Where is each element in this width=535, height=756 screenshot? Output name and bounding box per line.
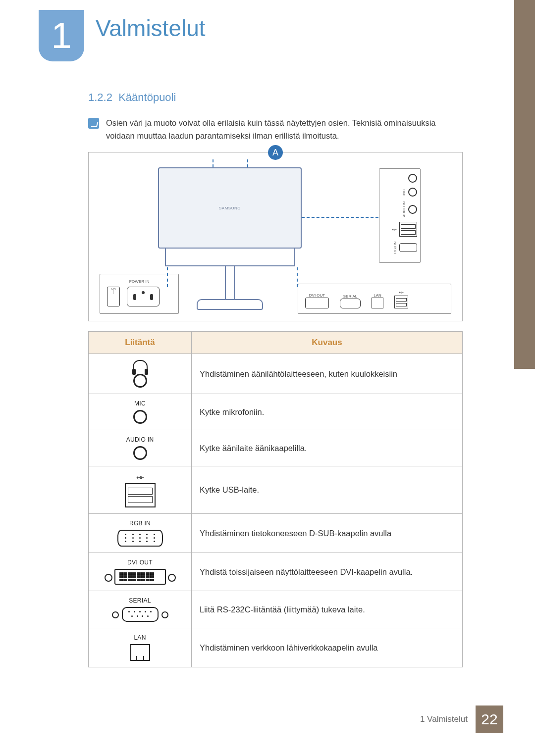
chapter-number: 1: [51, 15, 71, 56]
usb-icon: ⬰: [92, 472, 188, 481]
mic-label-small: MIC: [402, 189, 406, 196]
table-row: Yhdistäminen äänilähtölaitteeseen, kuten…: [89, 354, 463, 394]
note-text: Osien väri ja muoto voivat olla erilaisi…: [106, 117, 463, 142]
dvi-port-icon: [114, 569, 166, 585]
dvi-port-icon: [305, 298, 329, 308]
port-desc: Yhdistäminen äänilähtölaitteeseen, kuten…: [192, 354, 463, 394]
power-inlet-icon: [127, 287, 160, 306]
side-ports-panel: ∩ MIC AUDIO IN ⬰ RGB IN: [379, 168, 421, 263]
port-label: LAN: [92, 634, 188, 641]
port-label: AUDIO IN: [92, 436, 188, 443]
side-color-bar: [514, 0, 535, 369]
section-heading: 1.2.2 Kääntöpuoli: [88, 91, 463, 104]
table-row: DVI OUT Yhdistä toissijaiseen näyttölait…: [89, 553, 463, 591]
power-in-label: POWER IN: [107, 279, 171, 284]
audio-in-label-small: AUDIO IN: [402, 202, 406, 217]
guide-line: [213, 159, 214, 167]
audio-in-jack-icon: [133, 446, 147, 460]
vga-port-icon: [399, 243, 417, 252]
headphone-jack-icon: [408, 174, 417, 183]
port-desc: Kytke äänilaite äänikaapelilla.: [192, 430, 463, 466]
headphone-icon: [133, 360, 148, 372]
lan-port-icon: [130, 644, 150, 661]
serial-label-small: SERIAL: [340, 294, 361, 299]
port-desc: Yhdistä toissijaiseen näyttölaitteeseen …: [192, 553, 463, 591]
note-icon: [88, 118, 99, 129]
page-number-badge: 22: [476, 706, 503, 733]
guide-line: [302, 217, 378, 218]
table-row: RGB IN Yhdistäminen tietokoneeseen D-SUB…: [89, 514, 463, 553]
callout-a-marker: A: [268, 145, 283, 160]
col-header-port: Liitäntä: [89, 332, 192, 354]
port-desc: Yhdistäminen verkkoon lähiverkkokaapelin…: [192, 628, 463, 667]
rear-diagram: A ∩ MIC AUDIO IN ⬰ RGB IN POWER IN ON│ D…: [88, 152, 463, 321]
port-label: RGB IN: [92, 520, 188, 527]
usb-glyph-small: ⬰: [392, 226, 397, 233]
chapter-title: Valmistelut: [96, 15, 206, 42]
note-row: Osien väri ja muoto voivat olla erilaisi…: [88, 117, 463, 142]
mic-jack-icon: [408, 188, 417, 197]
port-desc: Yhdistäminen tietokoneeseen D-SUB-kaapel…: [192, 514, 463, 553]
bottom-ports-panel: DVI OUT SERIAL LAN ⬰: [298, 284, 451, 314]
headphone-jack-icon: [133, 374, 147, 388]
table-row: LAN Yhdistäminen verkkoon lähiverkkokaap…: [89, 628, 463, 667]
lan-label-small: LAN: [372, 293, 383, 298]
power-panel: POWER IN ON│: [100, 274, 179, 314]
section-number: 1.2.2: [88, 91, 112, 103]
port-desc: Kytke USB-laite.: [192, 466, 463, 514]
monitor-rear-icon: [158, 167, 302, 310]
table-row: SERIAL Liitä RS-232C-liitäntää (liittymä…: [89, 591, 463, 628]
usb-glyph-small: ⬰: [394, 289, 408, 296]
guide-line: [247, 159, 248, 167]
footer-text: 1 Valmistelut: [420, 714, 468, 724]
port-label: DVI OUT: [92, 559, 188, 566]
mic-jack-icon: [133, 410, 147, 424]
port-desc: Kytke mikrofoniin.: [192, 394, 463, 430]
chapter-tab: 1: [39, 10, 84, 61]
port-desc: Liitä RS-232C-liitäntää (liittymää) tuke…: [192, 591, 463, 628]
table-row: AUDIO IN Kytke äänilaite äänikaapelilla.: [89, 430, 463, 466]
dvi-out-label-small: DVI OUT: [305, 293, 329, 298]
page-footer: 1 Valmistelut 22: [420, 706, 503, 733]
usb-port-icon: [399, 222, 417, 237]
usb-port-icon: [394, 296, 408, 308]
serial-port-icon: [122, 607, 159, 622]
lan-port-icon: [372, 298, 383, 308]
col-header-desc: Kuvaus: [192, 332, 463, 354]
section-title: Kääntöpuoli: [118, 91, 176, 103]
ports-table: Liitäntä Kuvaus Yhdistäminen äänilähtöla…: [88, 331, 463, 667]
headphone-icon: ∩: [403, 177, 406, 180]
power-switch-icon: ON│: [107, 287, 120, 306]
table-row: ⬰ Kytke USB-laite.: [89, 466, 463, 514]
audio-in-jack-icon: [408, 205, 417, 214]
serial-port-icon: [340, 299, 361, 308]
port-label: MIC: [92, 400, 188, 407]
port-label: SERIAL: [92, 597, 188, 604]
usb-port-icon: [125, 483, 156, 507]
table-row: MIC Kytke mikrofoniin.: [89, 394, 463, 430]
vga-port-icon: [117, 530, 163, 547]
rgb-in-label-small: RGB IN: [393, 242, 397, 253]
